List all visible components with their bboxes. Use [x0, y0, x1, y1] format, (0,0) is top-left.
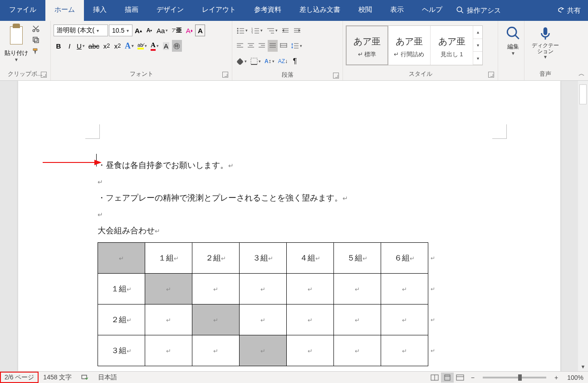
- align-left-button[interactable]: [235, 40, 245, 52]
- ribbon: 貼り付け ▼ クリップボ… 游明朝 (本文(▾ 10.5▾ A▴ A▾ Aa▾ …: [0, 21, 588, 81]
- language-indicator[interactable]: 日本語: [93, 372, 122, 383]
- paragraph-launcher[interactable]: [333, 73, 339, 79]
- voice-group-label: 音声: [539, 70, 551, 77]
- doc-empty-line[interactable]: ↵: [98, 173, 495, 190]
- bold-button[interactable]: B: [54, 40, 64, 52]
- font-launcher[interactable]: [222, 72, 228, 78]
- document-area[interactable]: ・昼食は各自持参でお願いします。↵ ↵ ・フェアプレーの精神で溌溂とプレーされる…: [0, 81, 578, 371]
- subscript-button[interactable]: x2: [102, 40, 112, 52]
- clipboard-launcher[interactable]: [41, 72, 47, 78]
- styles-more[interactable]: ▴▾▾: [473, 26, 482, 65]
- find-icon: [505, 25, 521, 41]
- line-spacing-button[interactable]: ▾: [289, 40, 304, 52]
- zoom-slider[interactable]: [483, 377, 546, 378]
- doc-table-title[interactable]: 大会組み合わせ↵: [98, 222, 495, 239]
- vertical-scrollbar[interactable]: ▲ ▼: [578, 81, 588, 371]
- tab-review[interactable]: 校閲: [349, 0, 381, 21]
- bullets-button[interactable]: ▾: [235, 25, 249, 36]
- zoom-out-button[interactable]: −: [466, 372, 479, 383]
- svg-rect-7: [33, 37, 37, 41]
- enclose-text-button[interactable]: ㊕: [172, 40, 182, 52]
- font-name-combo[interactable]: 游明朝 (本文(▾: [54, 25, 108, 36]
- phonetic-guide-button[interactable]: ア亜: [170, 25, 183, 36]
- doc-line-2[interactable]: ・フェアプレーの精神で溌溂とプレーされることを強く望みます。↵: [98, 190, 495, 206]
- styles-gallery[interactable]: あア亜 ↵ 標準 あア亜 ↵ 行間詰め あア亜 見出し 1 ▴▾▾: [346, 25, 483, 65]
- collapse-ribbon-button[interactable]: ︿: [577, 69, 586, 79]
- svg-marker-30: [299, 29, 300, 32]
- align-justify-button[interactable]: [268, 40, 278, 52]
- svg-rect-65: [445, 375, 450, 380]
- font-size-combo[interactable]: 10.5▾: [109, 25, 132, 36]
- tab-layout[interactable]: レイアウト: [193, 0, 245, 21]
- tell-me-search[interactable]: 操作アシス: [451, 0, 505, 21]
- tab-help[interactable]: ヘルプ: [413, 0, 451, 21]
- format-painter-button[interactable]: [31, 46, 41, 56]
- style-nospace[interactable]: あア亜 ↵ 行間詰め: [388, 26, 431, 65]
- underline-button[interactable]: U▾: [75, 40, 86, 52]
- text-effects-button[interactable]: A▾: [123, 40, 135, 52]
- align-right-button[interactable]: [257, 40, 267, 52]
- find-button[interactable]: 編集 ▼: [501, 23, 525, 56]
- decrease-indent-button[interactable]: [280, 25, 291, 36]
- svg-text:3: 3: [251, 32, 253, 34]
- tab-draw[interactable]: 描画: [116, 0, 147, 21]
- align-center-button[interactable]: [246, 40, 256, 52]
- tab-insert[interactable]: 挿入: [84, 0, 116, 21]
- svg-point-8: [237, 28, 239, 29]
- clear-format-button[interactable]: A♦: [184, 25, 194, 36]
- style-normal[interactable]: あア亜 ↵ 標準: [346, 25, 388, 65]
- split-handle[interactable]: [579, 84, 587, 104]
- superscript-button[interactable]: x2: [113, 40, 122, 52]
- style-heading1[interactable]: あア亜 見出し 1: [431, 26, 473, 65]
- share-icon: [556, 6, 564, 15]
- tab-references[interactable]: 参考資料: [245, 0, 290, 21]
- zoom-level[interactable]: 100%: [563, 372, 588, 383]
- sort-button[interactable]: AZ↓: [277, 55, 289, 67]
- numbering-button[interactable]: 123▾: [250, 25, 264, 36]
- tab-mailings[interactable]: 差し込み文書: [290, 0, 349, 21]
- highlight-button[interactable]: ab⁄▾: [136, 40, 148, 52]
- clipboard-group-label: クリップボ…: [8, 70, 43, 77]
- paragraph-group-label: 段落: [282, 71, 294, 78]
- zoom-in-button[interactable]: +: [550, 372, 563, 383]
- tab-design[interactable]: デザイン: [147, 0, 193, 21]
- copy-button[interactable]: [31, 35, 41, 45]
- char-shading-button[interactable]: A: [161, 40, 171, 52]
- doc-empty-line-2[interactable]: ↵: [98, 206, 495, 222]
- grow-font-button[interactable]: A▴: [133, 25, 143, 36]
- borders-button[interactable]: ▾: [249, 55, 262, 67]
- doc-line-1[interactable]: ・昼食は各自持参でお願いします。↵: [98, 157, 495, 173]
- svg-rect-6: [34, 39, 39, 43]
- multilevel-button[interactable]: ▾: [265, 25, 279, 36]
- tournament-table[interactable]: ↵ １組↵ ２組↵ ３組↵ ４組↵ ５組↵ ６組↵↵ １組↵ ↵ ↵↵↵↵ ↵↵…: [98, 242, 428, 366]
- styles-launcher[interactable]: [488, 72, 494, 78]
- print-layout-button[interactable]: [441, 373, 454, 383]
- italic-button[interactable]: I: [64, 40, 74, 52]
- show-marks-button[interactable]: ¶: [290, 55, 300, 67]
- cut-button[interactable]: [31, 24, 41, 34]
- word-count[interactable]: 1458 文字: [39, 372, 76, 383]
- read-mode-button[interactable]: [428, 373, 441, 383]
- distributed-button[interactable]: [279, 40, 289, 52]
- svg-rect-54: [251, 58, 257, 64]
- font-group-label: フォント: [130, 70, 153, 77]
- tab-file[interactable]: ファイル: [0, 0, 45, 21]
- page-indicator[interactable]: 2/6 ページ: [0, 372, 39, 383]
- share-button[interactable]: 共有: [549, 0, 588, 21]
- enclose-char-button[interactable]: A: [195, 25, 205, 36]
- strikethrough-button[interactable]: abc: [87, 40, 101, 52]
- increase-indent-button[interactable]: [292, 25, 303, 36]
- spell-check-button[interactable]: [76, 372, 93, 383]
- tab-view[interactable]: 表示: [381, 0, 413, 21]
- scroll-down-button[interactable]: ▼: [578, 362, 588, 371]
- font-color-button[interactable]: A▾: [149, 40, 160, 52]
- web-layout-button[interactable]: [454, 373, 466, 383]
- text-direction-button[interactable]: A↕▾: [263, 55, 276, 67]
- tab-home[interactable]: ホーム: [45, 0, 84, 21]
- menu-bar: ファイル ホーム 挿入 描画 デザイン レイアウト 参考資料 差し込み文書 校閲…: [0, 0, 588, 21]
- paste-button[interactable]: 貼り付け ▼: [3, 23, 30, 62]
- change-case-button[interactable]: Aa▾: [155, 25, 169, 36]
- shrink-font-button[interactable]: A▾: [144, 25, 154, 36]
- shading-button[interactable]: ▾: [235, 55, 248, 67]
- dictate-button[interactable]: ディクテーション ▼: [527, 23, 564, 59]
